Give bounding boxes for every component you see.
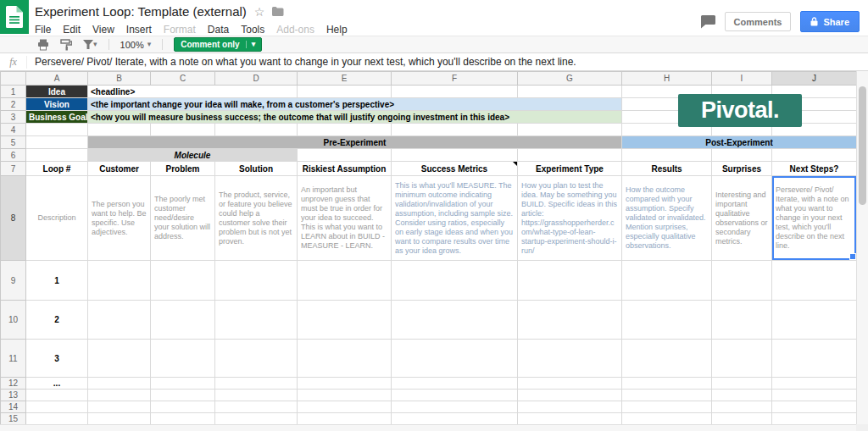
- row-number[interactable]: 14: [1, 401, 26, 413]
- row-number[interactable]: 8: [1, 176, 26, 261]
- star-icon[interactable]: ☆: [254, 6, 265, 18]
- select-all-corner[interactable]: [1, 72, 26, 86]
- row-number[interactable]: 10: [1, 301, 26, 340]
- cell[interactable]: [215, 401, 298, 413]
- cell[interactable]: [518, 378, 622, 390]
- cell[interactable]: [712, 390, 772, 401]
- cell[interactable]: [772, 261, 857, 301]
- col-header-i[interactable]: I: [712, 72, 772, 86]
- cell[interactable]: [622, 301, 712, 340]
- cell-loop-2[interactable]: 2: [26, 301, 88, 340]
- row-number[interactable]: 7: [1, 162, 26, 176]
- filter-icon[interactable]: ▾: [83, 40, 97, 49]
- cell[interactable]: [151, 413, 215, 425]
- cell[interactable]: [772, 401, 857, 413]
- cell[interactable]: [392, 401, 518, 413]
- cell[interactable]: [712, 413, 772, 425]
- cell[interactable]: [215, 390, 298, 401]
- zoom-control[interactable]: 100% ▾: [120, 40, 152, 50]
- cell[interactable]: [772, 413, 857, 425]
- cell[interactable]: [88, 124, 151, 136]
- cell-header-next-steps[interactable]: Next Steps?: [772, 162, 857, 176]
- col-header-g[interactable]: G: [518, 72, 622, 86]
- menu-insert[interactable]: Insert: [120, 24, 158, 36]
- cell[interactable]: [712, 149, 772, 162]
- cell-idea-label[interactable]: Idea: [26, 86, 88, 98]
- cell[interactable]: [215, 340, 298, 378]
- cell-desc-results[interactable]: How the outcome compared with your assum…: [622, 176, 712, 261]
- cell-loop-ellipsis[interactable]: ...: [26, 378, 88, 390]
- cell[interactable]: [392, 261, 518, 301]
- row-number[interactable]: 4: [1, 124, 26, 136]
- cell-desc-problem[interactable]: The poorly met customer need/desire your…: [151, 176, 215, 261]
- cell[interactable]: [151, 301, 215, 340]
- cell[interactable]: [151, 390, 215, 401]
- row-number[interactable]: 15: [1, 413, 26, 425]
- cell[interactable]: [392, 413, 518, 425]
- cell[interactable]: [712, 261, 772, 301]
- cell-header-experiment-type[interactable]: Experiment Type: [518, 162, 622, 176]
- cell[interactable]: [622, 149, 712, 162]
- col-header-c[interactable]: C: [151, 72, 215, 86]
- cell-business-goal-label[interactable]: Business Goal: [26, 111, 88, 124]
- cell[interactable]: [298, 413, 392, 425]
- cell-header-problem[interactable]: Problem: [151, 162, 215, 176]
- cell[interactable]: [392, 340, 518, 378]
- cell-desc-solution[interactable]: The product, service, or feature you bel…: [215, 176, 298, 261]
- share-button[interactable]: Share: [800, 11, 860, 32]
- cell-headline[interactable]: <headline>: [88, 86, 298, 98]
- row-number[interactable]: 13: [1, 390, 26, 401]
- cell-header-surprises[interactable]: Surprises: [712, 162, 772, 176]
- menu-edit[interactable]: Edit: [57, 24, 86, 36]
- cell[interactable]: [26, 401, 88, 413]
- cell[interactable]: [622, 340, 712, 378]
- folder-icon[interactable]: [272, 7, 284, 16]
- menu-data[interactable]: Data: [202, 24, 235, 36]
- sheets-logo-icon[interactable]: [0, 0, 29, 34]
- cell[interactable]: [622, 413, 712, 425]
- cell-business-goal-value[interactable]: <how you will measure business success; …: [88, 111, 622, 124]
- cell-loop-1[interactable]: 1: [26, 261, 88, 301]
- menu-tools[interactable]: Tools: [235, 24, 270, 36]
- cell[interactable]: [772, 340, 857, 378]
- cell-pre-experiment[interactable]: Pre-Experiment: [88, 136, 622, 149]
- col-header-b[interactable]: B: [88, 72, 151, 86]
- col-header-h[interactable]: H: [622, 72, 712, 86]
- cell[interactable]: [772, 149, 857, 162]
- cell-header-loop[interactable]: Loop #: [26, 162, 88, 176]
- cell[interactable]: [518, 340, 622, 378]
- cell-desc-success-metrics[interactable]: This is what you'll MEASURE. The minimum…: [392, 176, 518, 261]
- cell[interactable]: [392, 378, 518, 390]
- cell[interactable]: [622, 378, 712, 390]
- cell[interactable]: [88, 390, 151, 401]
- cell[interactable]: [151, 261, 215, 301]
- row-number[interactable]: 9: [1, 261, 26, 301]
- cell[interactable]: [298, 340, 392, 378]
- cell[interactable]: [298, 378, 392, 390]
- cell[interactable]: [26, 413, 88, 425]
- cell[interactable]: [88, 301, 151, 340]
- cell[interactable]: [772, 301, 857, 340]
- cell[interactable]: [518, 149, 622, 162]
- cell[interactable]: [298, 261, 392, 301]
- cell-loop-3[interactable]: 3: [26, 340, 88, 378]
- cell[interactable]: [151, 378, 215, 390]
- comment-bubble-icon[interactable]: [701, 15, 715, 29]
- cell[interactable]: [712, 340, 772, 378]
- cell-desc-riskiest-assumption[interactable]: An important but unproven guess that mus…: [298, 176, 392, 261]
- cell[interactable]: [392, 301, 518, 340]
- cell[interactable]: [26, 149, 88, 162]
- cell[interactable]: [298, 124, 392, 136]
- cell[interactable]: [518, 124, 622, 136]
- menu-view[interactable]: View: [86, 24, 120, 36]
- comments-button[interactable]: Comments: [725, 12, 792, 31]
- cell[interactable]: [622, 401, 712, 413]
- cell[interactable]: [712, 378, 772, 390]
- cell[interactable]: [518, 390, 622, 401]
- cell-post-experiment[interactable]: Post-Experiment: [622, 136, 857, 149]
- formula-input[interactable]: Persevere/ Pivot/ Iterate, with a note o…: [27, 56, 868, 68]
- cell[interactable]: [88, 413, 151, 425]
- row-number[interactable]: 12: [1, 378, 26, 390]
- row-number[interactable]: 11: [1, 340, 26, 378]
- pivotal-logo-image[interactable]: Pivotal.: [678, 94, 802, 127]
